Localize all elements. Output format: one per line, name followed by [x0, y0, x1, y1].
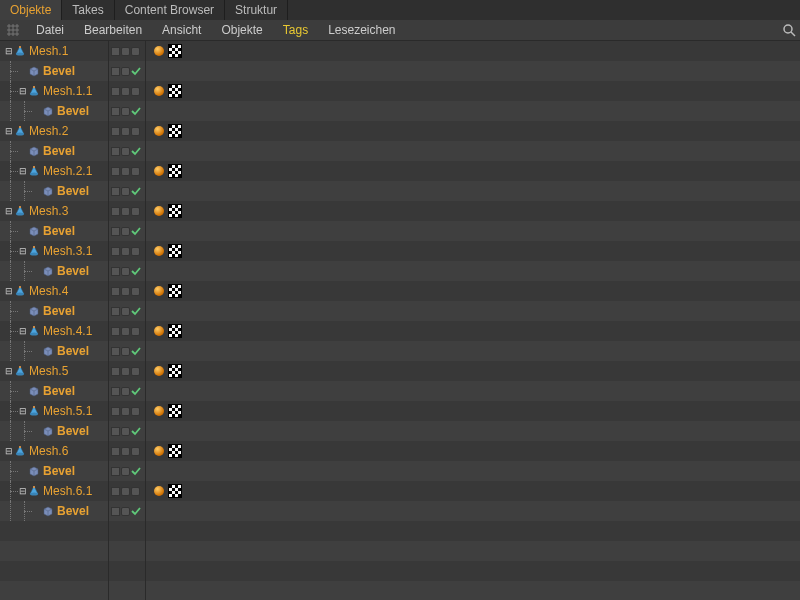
layer-dot[interactable] [111, 307, 120, 316]
object-label[interactable]: Bevel [43, 224, 75, 238]
vis-editor-toggle[interactable] [121, 407, 130, 416]
texture-tag-icon[interactable] [168, 124, 182, 138]
layer-dot[interactable] [111, 227, 120, 236]
vis-render-toggle[interactable] [131, 407, 140, 416]
layer-dot[interactable] [111, 427, 120, 436]
tab-content-browser[interactable]: Content Browser [115, 0, 225, 20]
tree-row[interactable]: ⊟Mesh.3 [0, 201, 108, 221]
tree-row[interactable]: ·Bevel [0, 141, 108, 161]
tab-struktur[interactable]: Struktur [225, 0, 288, 20]
layer-dot[interactable] [111, 507, 120, 516]
vis-editor-toggle[interactable] [121, 227, 130, 236]
vis-editor-toggle[interactable] [121, 287, 130, 296]
vis-render-toggle[interactable] [131, 287, 140, 296]
texture-tag-icon[interactable] [168, 324, 182, 338]
layer-dot[interactable] [111, 127, 120, 136]
enable-check-icon[interactable] [131, 506, 141, 516]
menu-tags[interactable]: Tags [273, 23, 318, 37]
enable-check-icon[interactable] [131, 386, 141, 396]
tree-row[interactable]: ⊟Mesh.1 [0, 41, 108, 61]
layer-dot[interactable] [111, 167, 120, 176]
object-label[interactable]: Bevel [57, 184, 89, 198]
vis-render-toggle[interactable] [131, 167, 140, 176]
vis-editor-toggle[interactable] [121, 467, 130, 476]
tree-row[interactable]: ·Bevel [0, 221, 108, 241]
object-label[interactable]: Mesh.1.1 [43, 84, 92, 98]
phong-tag-icon[interactable] [154, 366, 164, 376]
tree-row[interactable]: ·Bevel [0, 301, 108, 321]
layer-dot[interactable] [111, 207, 120, 216]
tab-objekte[interactable]: Objekte [0, 0, 62, 20]
tree-row[interactable]: ⊟Mesh.3.1 [0, 241, 108, 261]
vis-editor-toggle[interactable] [121, 427, 130, 436]
layer-dot[interactable] [111, 367, 120, 376]
collapse-icon[interactable]: ⊟ [4, 286, 14, 296]
vis-editor-toggle[interactable] [121, 167, 130, 176]
vis-render-toggle[interactable] [131, 247, 140, 256]
layer-dot[interactable] [111, 467, 120, 476]
tree-row[interactable]: ·Bevel [0, 461, 108, 481]
phong-tag-icon[interactable] [154, 326, 164, 336]
vis-editor-toggle[interactable] [121, 67, 130, 76]
tree-row[interactable]: ·Bevel [0, 261, 108, 281]
tree-row[interactable]: ·Bevel [0, 341, 108, 361]
layer-dot[interactable] [111, 387, 120, 396]
layer-dot[interactable] [111, 487, 120, 496]
vis-editor-toggle[interactable] [121, 387, 130, 396]
vis-editor-toggle[interactable] [121, 107, 130, 116]
object-label[interactable]: Mesh.3 [29, 204, 68, 218]
tree-row[interactable]: ⊟Mesh.2.1 [0, 161, 108, 181]
menu-bearbeiten[interactable]: Bearbeiten [74, 23, 152, 37]
tree-row[interactable]: ⊟Mesh.6.1 [0, 481, 108, 501]
texture-tag-icon[interactable] [168, 284, 182, 298]
phong-tag-icon[interactable] [154, 166, 164, 176]
vis-render-toggle[interactable] [131, 367, 140, 376]
phong-tag-icon[interactable] [154, 126, 164, 136]
layer-dot[interactable] [111, 67, 120, 76]
collapse-icon[interactable]: ⊟ [4, 206, 14, 216]
phong-tag-icon[interactable] [154, 46, 164, 56]
layer-dot[interactable] [111, 107, 120, 116]
vis-editor-toggle[interactable] [121, 187, 130, 196]
object-label[interactable]: Mesh.3.1 [43, 244, 92, 258]
vis-editor-toggle[interactable] [121, 47, 130, 56]
phong-tag-icon[interactable] [154, 206, 164, 216]
vis-editor-toggle[interactable] [121, 447, 130, 456]
vis-editor-toggle[interactable] [121, 127, 130, 136]
layer-dot[interactable] [111, 147, 120, 156]
tree-row[interactable]: ·Bevel [0, 101, 108, 121]
enable-check-icon[interactable] [131, 346, 141, 356]
list-icon[interactable] [6, 23, 20, 37]
object-label[interactable]: Mesh.2 [29, 124, 68, 138]
vis-render-toggle[interactable] [131, 207, 140, 216]
object-label[interactable]: Bevel [43, 384, 75, 398]
tree-row[interactable]: ·Bevel [0, 181, 108, 201]
object-label[interactable]: Mesh.5.1 [43, 404, 92, 418]
phong-tag-icon[interactable] [154, 406, 164, 416]
tree-row[interactable]: ⊟Mesh.4.1 [0, 321, 108, 341]
menu-lesezeichen[interactable]: Lesezeichen [318, 23, 405, 37]
layer-dot[interactable] [111, 247, 120, 256]
object-label[interactable]: Mesh.2.1 [43, 164, 92, 178]
object-label[interactable]: Mesh.1 [29, 44, 68, 58]
enable-check-icon[interactable] [131, 226, 141, 236]
tree-row[interactable]: ⊟Mesh.6 [0, 441, 108, 461]
vis-editor-toggle[interactable] [121, 207, 130, 216]
vis-editor-toggle[interactable] [121, 487, 130, 496]
collapse-icon[interactable]: ⊟ [18, 86, 28, 96]
layer-dot[interactable] [111, 347, 120, 356]
layer-dot[interactable] [111, 327, 120, 336]
tree-row[interactable]: ·Bevel [0, 61, 108, 81]
vis-editor-toggle[interactable] [121, 87, 130, 96]
vis-editor-toggle[interactable] [121, 247, 130, 256]
layer-dot[interactable] [111, 287, 120, 296]
vis-editor-toggle[interactable] [121, 147, 130, 156]
object-label[interactable]: Bevel [43, 64, 75, 78]
layer-dot[interactable] [111, 187, 120, 196]
vis-render-toggle[interactable] [131, 127, 140, 136]
phong-tag-icon[interactable] [154, 246, 164, 256]
vis-editor-toggle[interactable] [121, 267, 130, 276]
layer-dot[interactable] [111, 267, 120, 276]
texture-tag-icon[interactable] [168, 44, 182, 58]
menu-objekte[interactable]: Objekte [211, 23, 272, 37]
